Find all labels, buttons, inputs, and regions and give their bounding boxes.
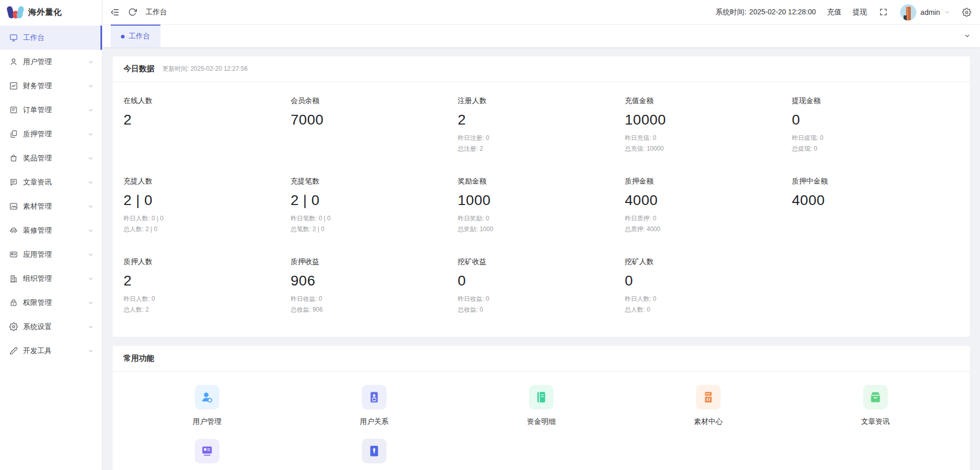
- stat-member-balance: 会员余额 7000: [291, 96, 458, 154]
- stat-label: 奖励金额: [458, 177, 625, 186]
- stat-value: 0: [458, 273, 625, 289]
- stat-pledge-users: 质押人数 2 昨日人数: 0 总人数: 2: [124, 257, 291, 315]
- stat-online-users: 在线人数 2: [124, 96, 291, 154]
- stat-value: 4000: [625, 192, 792, 209]
- stat-sub: 昨日提现: 0: [792, 133, 959, 144]
- collapse-sidebar-icon[interactable]: [110, 7, 120, 17]
- recharge-button[interactable]: 充值: [827, 8, 842, 17]
- brand: 海外量化: [0, 0, 102, 25]
- avatar[interactable]: [900, 4, 916, 21]
- shortcut-administrators[interactable]: 管理员: [291, 439, 458, 470]
- stat-value: 7000: [291, 112, 458, 128]
- sidebar-item-organization[interactable]: 组织管理: [0, 267, 102, 291]
- stat-registered-users: 注册人数 2 昨日注册: 0 总注册: 2: [458, 96, 625, 154]
- refresh-icon[interactable]: [127, 7, 137, 17]
- sidebar-item-label: 权限管理: [23, 298, 52, 308]
- shortcut-label: 用户关系: [360, 417, 389, 426]
- admin-badge-icon: [362, 439, 386, 463]
- stat-value: 906: [291, 273, 458, 289]
- today-data-card: 今日数据 更新时间: 2025-02-20 12:27:56 在线人数 2 会员…: [113, 56, 970, 337]
- shortcut-funds-detail[interactable]: 资金明细: [458, 385, 625, 426]
- monitor-icon: [9, 33, 18, 42]
- sidebar-item-label: 应用管理: [23, 250, 52, 259]
- active-tab-dot-icon: [121, 35, 125, 38]
- stat-sub: 昨日质押: 0: [625, 213, 792, 224]
- sidebar-item-materials[interactable]: 素材管理: [0, 194, 102, 218]
- stat-label: 挖矿收益: [458, 257, 625, 267]
- settings-gear-icon[interactable]: [962, 7, 972, 17]
- sidebar-item-label: 财务管理: [23, 81, 52, 91]
- header-right: 系统时间: 2025-02-20 12:28:00 充值 提现 admin: [716, 4, 972, 21]
- shortcuts-card-header: 常用功能: [113, 346, 970, 372]
- user-icon: [9, 57, 18, 66]
- shortcut-user-relations[interactable]: 用户关系: [291, 385, 458, 426]
- top-header: 工作台 系统时间: 2025-02-20 12:28:00 充值 提现 admi…: [103, 0, 980, 25]
- shortcut-material-center[interactable]: 素材中心: [625, 385, 792, 426]
- stat-value: 2: [124, 112, 291, 128]
- stat-sub: 总人数: 2 | 0: [124, 224, 291, 235]
- stat-sub: 昨日收益: 0: [291, 294, 458, 304]
- funds-book-icon: [529, 385, 554, 410]
- stat-label: 充值金额: [625, 96, 792, 106]
- tab-workbench[interactable]: 工作台: [111, 25, 160, 47]
- stat-sub: 总奖励: 1000: [458, 224, 625, 235]
- sidebar-item-workbench[interactable]: 工作台: [0, 26, 102, 50]
- sidebar-item-pledge[interactable]: 质押管理: [0, 122, 102, 146]
- stat-label: 注册人数: [458, 96, 625, 106]
- chevron-down-icon: [88, 276, 94, 282]
- card-title: 常用功能: [124, 354, 154, 363]
- stat-sub: 总笔数: 2 | 0: [291, 224, 458, 235]
- tab-actions-dropdown[interactable]: [954, 25, 980, 47]
- content: 今日数据 更新时间: 2025-02-20 12:27:56 在线人数 2 会员…: [103, 47, 980, 470]
- stats-grid: 在线人数 2 会员余额 7000 注册人数 2 昨日注册: 0: [113, 82, 970, 337]
- user-filled-icon: [195, 385, 219, 410]
- breadcrumb: 工作台: [146, 8, 167, 17]
- sidebar-item-applications[interactable]: 应用管理: [0, 242, 102, 267]
- stat-sub: 昨日注册: 0: [458, 133, 625, 144]
- stat-label: 质押中金额: [792, 177, 959, 186]
- sidebar-item-label: 组织管理: [23, 274, 52, 283]
- relation-card-icon: [362, 385, 386, 410]
- system-time: 系统时间: 2025-02-20 12:28:00: [716, 8, 816, 17]
- sidebar-item-label: 装修管理: [23, 226, 52, 235]
- system-time-label: 系统时间:: [716, 8, 746, 17]
- sidebar-item-permissions[interactable]: 权限管理: [0, 291, 102, 315]
- sidebar: 海外量化 工作台 用户管理 财务管理 订单管理: [0, 0, 103, 470]
- sidebar-item-decoration[interactable]: 装修管理: [0, 218, 102, 242]
- user-menu[interactable]: admin: [900, 4, 950, 21]
- decorate-icon: [9, 226, 18, 235]
- stat-sub: 总注册: 2: [458, 144, 625, 154]
- shortcut-site-config[interactable]: 网站配置: [124, 439, 291, 470]
- sidebar-item-users[interactable]: 用户管理: [0, 50, 102, 74]
- sidebar-item-finance[interactable]: 财务管理: [0, 74, 102, 98]
- stat-label: 充提笔数: [291, 177, 458, 186]
- chevron-down-icon: [88, 155, 94, 161]
- sidebar-item-prizes[interactable]: 奖品管理: [0, 146, 102, 170]
- stat-label: 会员余额: [291, 96, 458, 106]
- tab-bar: 工作台: [103, 25, 980, 47]
- sidebar-item-orders[interactable]: 订单管理: [0, 98, 102, 122]
- stat-sub: 昨日人数: 0: [124, 294, 291, 304]
- sidebar-item-system-settings[interactable]: 系统设置: [0, 315, 102, 339]
- chevron-down-icon: [964, 32, 971, 39]
- material-code-icon: [696, 385, 721, 410]
- today-card-header: 今日数据 更新时间: 2025-02-20 12:27:56: [113, 56, 970, 82]
- stat-value: 2 | 0: [124, 192, 291, 209]
- sidebar-item-articles[interactable]: 文章资讯: [0, 170, 102, 194]
- sidebar-item-dev-tools[interactable]: 开发工具: [0, 339, 102, 363]
- chevron-down-icon: [88, 179, 94, 186]
- stat-value: 1000: [458, 192, 625, 209]
- stat-sub: 昨日奖励: 0: [458, 213, 625, 224]
- withdraw-button[interactable]: 提现: [853, 8, 867, 17]
- stat-empty-cell: [792, 257, 959, 315]
- stat-pledge-earnings: 质押收益 906 昨日收益: 0 总收益: 906: [291, 257, 458, 315]
- shortcut-articles[interactable]: 文章资讯: [792, 385, 959, 426]
- username: admin: [921, 8, 940, 16]
- shortcuts-card: 常用功能 用户管理 用户关系: [113, 346, 970, 470]
- fullscreen-icon[interactable]: [879, 7, 889, 17]
- sidebar-menu: 工作台 用户管理 财务管理 订单管理 质押管理: [0, 25, 102, 470]
- stat-recharge-amount: 充值金额 10000 昨日充值: 0 总充值: 10000: [625, 96, 792, 154]
- app-card-icon: [9, 250, 18, 259]
- shortcut-user-management[interactable]: 用户管理: [124, 385, 291, 426]
- finance-chart-icon: [9, 81, 18, 90]
